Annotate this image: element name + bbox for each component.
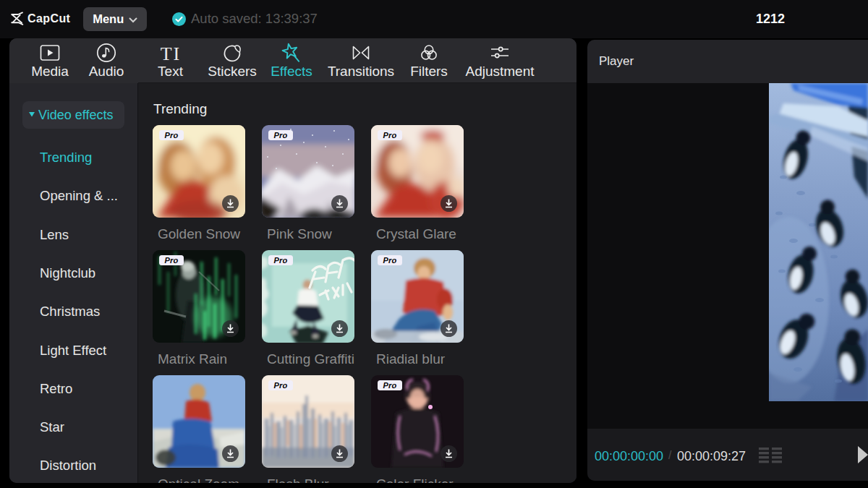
svg-text:TI: TI (160, 43, 181, 64)
